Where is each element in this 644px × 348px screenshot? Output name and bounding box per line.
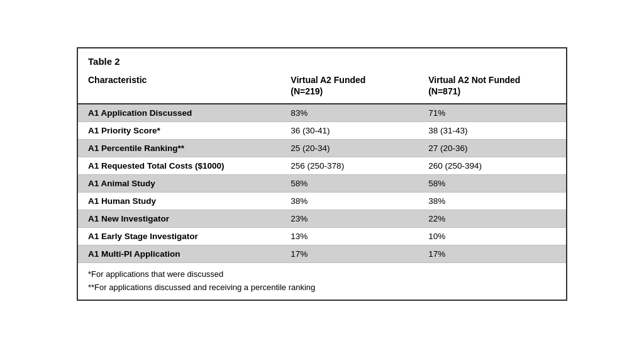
table-row: A1 Requested Total Costs ($1000) 256 (25…	[78, 157, 566, 175]
table-row: A1 Multi-PI Application 17% 17%	[78, 245, 566, 263]
table-row: A1 Early Stage Investigator 13% 10%	[78, 228, 566, 245]
row-characteristic: A1 Early Stage Investigator	[78, 228, 291, 245]
row-characteristic: A1 Human Study	[78, 193, 291, 210]
table-body: A1 Application Discussed 83% 71% A1 Prio…	[78, 104, 566, 263]
row-not-funded: 17%	[428, 245, 566, 262]
row-not-funded: 71%	[428, 104, 566, 121]
header-characteristic: Characteristic	[78, 74, 291, 97]
header-funded: Virtual A2 Funded(N=219)	[291, 74, 428, 97]
row-characteristic: A1 Multi-PI Application	[78, 245, 291, 262]
table-header: Characteristic Virtual A2 Funded(N=219) …	[78, 70, 566, 104]
row-funded: 256 (250-378)	[291, 157, 428, 174]
table-2: Table 2 Characteristic Virtual A2 Funded…	[77, 47, 567, 301]
footnotes: *For applications that were discussed **…	[78, 263, 566, 300]
table-row: A1 Human Study 38% 38%	[78, 193, 566, 210]
footnote-2: **For applications discussed and receivi…	[88, 281, 556, 295]
row-not-funded: 58%	[428, 175, 566, 192]
row-funded: 36 (30-41)	[291, 122, 428, 139]
table-row: A1 Animal Study 58% 58%	[78, 175, 566, 193]
table-row: A1 Percentile Ranking** 25 (20-34) 27 (2…	[78, 140, 566, 157]
row-not-funded: 22%	[428, 210, 566, 227]
row-characteristic: A1 New Investigator	[78, 210, 291, 227]
header-not-funded: Virtual A2 Not Funded(N=871)	[428, 74, 566, 97]
row-not-funded: 27 (20-36)	[428, 140, 566, 157]
table-row: A1 Priority Score* 36 (30-41) 38 (31-43)	[78, 122, 566, 140]
row-characteristic: A1 Animal Study	[78, 175, 291, 192]
row-funded: 13%	[291, 228, 428, 245]
footnote-1: *For applications that were discussed	[88, 268, 556, 281]
header-characteristic-label: Characteristic	[88, 75, 147, 85]
row-not-funded: 260 (250-394)	[428, 157, 566, 174]
row-funded: 25 (20-34)	[291, 140, 428, 157]
row-characteristic: A1 Percentile Ranking**	[78, 140, 291, 157]
row-characteristic: A1 Priority Score*	[78, 122, 291, 139]
row-funded: 83%	[291, 104, 428, 121]
row-not-funded: 38 (31-43)	[428, 122, 566, 139]
table-row: A1 New Investigator 23% 22%	[78, 210, 566, 228]
row-funded: 17%	[291, 245, 428, 262]
header-not-funded-label: Virtual A2 Not Funded(N=871)	[428, 75, 520, 96]
row-not-funded: 38%	[428, 193, 566, 210]
table-title: Table 2	[78, 48, 566, 70]
table-row: A1 Application Discussed 83% 71%	[78, 104, 566, 122]
row-funded: 38%	[291, 193, 428, 210]
row-characteristic: A1 Application Discussed	[78, 104, 291, 121]
row-funded: 23%	[291, 210, 428, 227]
header-funded-label: Virtual A2 Funded(N=219)	[291, 75, 365, 96]
row-funded: 58%	[291, 175, 428, 192]
row-characteristic: A1 Requested Total Costs ($1000)	[78, 157, 291, 174]
row-not-funded: 10%	[428, 228, 566, 245]
